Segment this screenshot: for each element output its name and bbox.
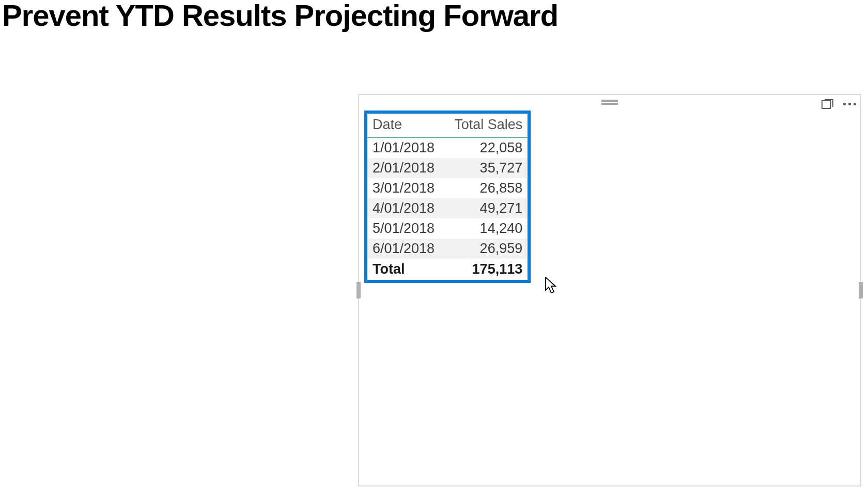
table-row[interactable]: 6/01/2018 26,959 [367, 239, 528, 259]
table-visual-container[interactable]: Date Total Sales 1/01/2018 22,058 2/01/2… [358, 94, 861, 486]
cell-sales: 26,959 [449, 239, 528, 259]
column-header-sales[interactable]: Total Sales [449, 114, 528, 137]
resize-handle-right[interactable] [859, 282, 863, 298]
focus-mode-icon[interactable] [822, 98, 834, 109]
more-options-icon[interactable] [842, 101, 857, 107]
svg-rect-0 [822, 101, 830, 108]
table-row[interactable]: 3/01/2018 26,858 [367, 178, 528, 198]
column-header-date[interactable]: Date [367, 114, 449, 137]
visual-header-actions [822, 98, 857, 109]
total-label: Total [367, 259, 449, 280]
drag-handle-icon[interactable] [601, 100, 618, 105]
table-row[interactable]: 5/01/2018 14,240 [367, 218, 528, 239]
cell-date: 6/01/2018 [367, 239, 449, 259]
table-total-row: Total 175,113 [367, 259, 528, 280]
cell-date: 3/01/2018 [367, 178, 449, 198]
cell-sales: 35,727 [449, 158, 528, 178]
table-row[interactable]: 2/01/2018 35,727 [367, 158, 528, 178]
page-title: Prevent YTD Results Projecting Forward [0, 0, 868, 32]
cell-date: 1/01/2018 [367, 137, 449, 158]
cell-sales: 26,858 [449, 178, 528, 198]
cell-date: 4/01/2018 [367, 198, 449, 218]
table-visual[interactable]: Date Total Sales 1/01/2018 22,058 2/01/2… [364, 111, 531, 283]
cell-date: 2/01/2018 [367, 158, 449, 178]
resize-handle-left[interactable] [357, 282, 361, 298]
cell-sales: 22,058 [449, 137, 528, 158]
cell-date: 5/01/2018 [367, 218, 449, 239]
table-header-row: Date Total Sales [367, 114, 528, 137]
table-row[interactable]: 4/01/2018 49,271 [367, 198, 528, 218]
cell-sales: 49,271 [449, 198, 528, 218]
data-table: Date Total Sales 1/01/2018 22,058 2/01/2… [367, 114, 528, 280]
table-row[interactable]: 1/01/2018 22,058 [367, 137, 528, 158]
visual-header [359, 95, 860, 106]
cell-sales: 14,240 [449, 218, 528, 239]
total-value: 175,113 [449, 259, 528, 280]
